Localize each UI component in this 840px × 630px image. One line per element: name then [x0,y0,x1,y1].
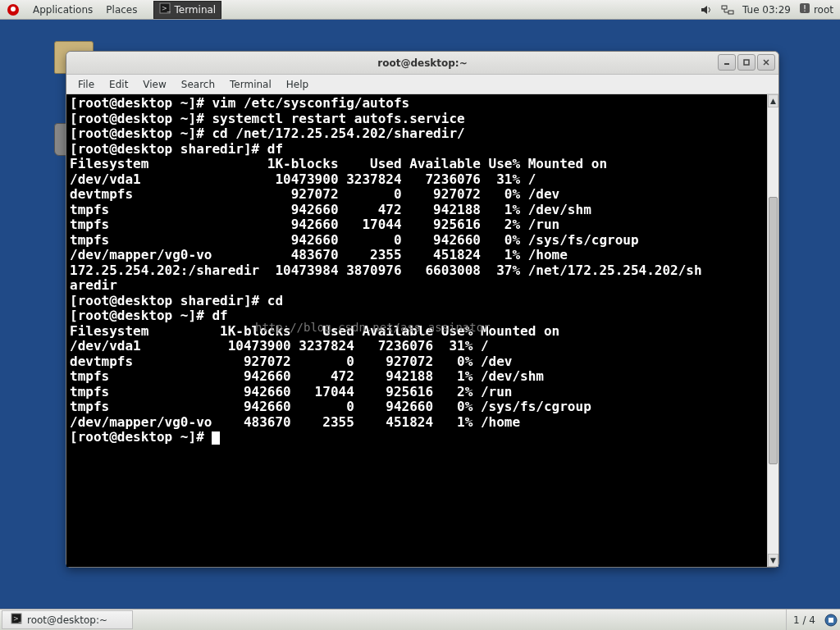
terminal-cursor [212,431,220,445]
terminal-menubar: File Edit View Search Terminal Help [66,75,778,94]
close-button[interactable] [757,54,775,71]
network-icon[interactable] [721,3,734,16]
applications-menu[interactable]: Applications [26,4,99,16]
menu-view[interactable]: View [136,77,172,92]
user-label: root [814,4,833,16]
svg-rect-6 [728,11,733,14]
svg-text:!: ! [803,4,806,13]
svg-rect-10 [744,60,749,65]
user-menu[interactable]: ! root [799,2,833,16]
workspace-indicator[interactable]: 1 / 4 [786,609,822,630]
terminal-scrollbar[interactable]: ▲ ▼ [767,94,778,567]
volume-icon[interactable] [700,3,713,16]
scroll-up-button[interactable]: ▲ [768,94,778,107]
menu-edit[interactable]: Edit [103,77,135,92]
top-panel: Applications Places >_ Terminal Tue 03:2… [0,0,840,20]
terminal-output[interactable]: [root@desktop ~]# vim /etc/sysconfig/aut… [66,94,767,567]
svg-marker-4 [701,6,707,14]
warning-icon: ! [799,2,810,16]
distro-logo-icon [5,2,21,18]
scroll-down-button[interactable]: ▼ [768,554,778,567]
task-entry-label: root@desktop:~ [27,614,107,626]
terminal-icon: >_ [11,613,22,627]
svg-rect-16 [829,618,833,623]
terminal-window: root@desktop:~ File Edit View Search Ter… [66,51,779,568]
bottom-panel: >_ root@desktop:~ 1 / 4 [0,609,840,630]
scroll-thumb[interactable] [769,197,778,464]
svg-text:>_: >_ [162,5,171,12]
menu-file[interactable]: File [71,77,101,92]
scroll-track[interactable] [768,107,778,554]
show-desktop-icon[interactable] [822,614,840,627]
window-titlebar[interactable]: root@desktop:~ [66,52,778,75]
clock[interactable]: Tue 03:29 [742,4,791,16]
watermark-text: http://blog.csdn.net/ass_assinator [255,320,491,336]
menu-terminal[interactable]: Terminal [223,77,278,92]
taskbar-terminal-label: Terminal [174,4,216,16]
minimize-button[interactable] [718,54,736,71]
svg-text:>_: >_ [13,615,22,623]
menu-help[interactable]: Help [280,77,315,92]
svg-rect-5 [722,6,727,9]
taskbar-terminal[interactable]: >_ Terminal [153,1,221,19]
maximize-button[interactable] [737,54,756,71]
window-title: root@desktop:~ [377,57,467,69]
menu-search[interactable]: Search [175,77,221,92]
svg-point-1 [11,7,16,11]
terminal-icon: >_ [159,2,171,16]
task-entry-terminal[interactable]: >_ root@desktop:~ [2,610,133,629]
places-menu[interactable]: Places [99,4,144,16]
system-tray: Tue 03:29 ! root [700,2,840,16]
